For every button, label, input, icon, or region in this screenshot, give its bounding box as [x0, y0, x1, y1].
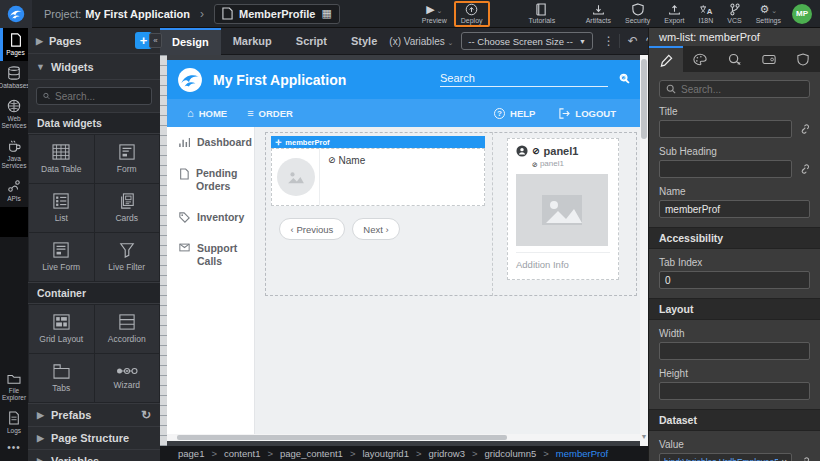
i18n-button[interactable]: A I18N — [692, 0, 721, 28]
nav-home[interactable]: ⌂ HOME — [187, 107, 227, 119]
widget-search[interactable] — [36, 87, 152, 105]
rail-more-icon[interactable]: ••• — [0, 439, 28, 461]
screen-size-select[interactable]: -- Choose Screen Size -- ▼ — [461, 32, 592, 50]
menu-pending-orders[interactable]: Pending Orders — [167, 158, 254, 202]
title-field-input[interactable] — [659, 120, 792, 138]
panel1-widget[interactable]: ⊘ panel1 ⊘ panel1 Addition Info — [507, 138, 619, 280]
widget-live-form[interactable]: Live Form — [29, 233, 94, 281]
variables-menu[interactable]: (x) Variables ⌄ — [389, 36, 453, 47]
widget-data-table[interactable]: Data Table — [29, 135, 94, 183]
widget-search-input[interactable] — [55, 91, 145, 102]
export-button[interactable]: Export — [657, 0, 691, 28]
list-item-name[interactable]: ⊘ Name — [320, 149, 373, 205]
artifacts-button[interactable]: Artifacts — [579, 0, 618, 28]
tab-properties[interactable] — [649, 46, 683, 72]
page-selector[interactable]: MemberProfile ▦ — [214, 4, 340, 24]
dashboard-icon — [179, 137, 190, 148]
rail-item-pages[interactable]: Pages — [0, 28, 28, 61]
tab-events[interactable] — [717, 46, 751, 72]
name-field-input[interactable] — [659, 200, 810, 218]
prefabs-section-row[interactable]: ▶ Prefabs ↻ — [28, 403, 160, 426]
bind-link-icon[interactable] — [798, 456, 810, 461]
breadcrumb-gridrow3[interactable]: gridrow3 — [428, 448, 464, 459]
list-widget-item[interactable]: ⊘ Name — [271, 148, 485, 206]
widget-tabs[interactable]: Tabs — [29, 354, 94, 402]
properties-panel: wm-list: memberProf Title — [648, 28, 820, 461]
canvas-hscrollbar-thumb[interactable] — [177, 435, 507, 440]
widget-accordion[interactable]: Accordion — [95, 305, 160, 353]
width-input[interactable] — [659, 342, 810, 360]
breadcrumb-layoutgrid1[interactable]: layoutgrid1 — [362, 448, 408, 459]
widgets-section-row[interactable]: ▼ Widgets — [28, 54, 160, 80]
settings-button[interactable]: ⚙ ⌄ Settings — [749, 0, 788, 28]
breadcrumb-page1[interactable]: page1 — [178, 448, 204, 459]
widget-grid-layout[interactable]: Grid Layout — [29, 305, 94, 353]
bind-link-icon[interactable] — [798, 163, 810, 175]
list-widget-header[interactable]: ✛ memberProf — [271, 136, 485, 148]
tab-design[interactable]: Design — [160, 28, 221, 55]
panel1-header[interactable]: ⊘ panel1 — [516, 145, 610, 157]
rail-item-file-explorer[interactable]: File Explorer — [0, 368, 28, 406]
variables-section-row[interactable]: ▶ Variables — [28, 449, 160, 461]
scroll-down-arrow-icon[interactable]: ▼ — [640, 433, 648, 443]
dataset-value-field[interactable]: bind:Variables.HrdbEmployeeData.data × — [659, 453, 792, 461]
tab-style[interactable]: Style — [339, 28, 389, 55]
app-search-icon[interactable]: 🔍︎ — [619, 73, 630, 84]
properties-search-input[interactable] — [681, 84, 801, 95]
nav-help[interactable]: ? HELP — [494, 108, 535, 119]
menu-support-calls[interactable]: Support Calls — [167, 233, 254, 277]
deploy-button[interactable]: Deploy — [454, 1, 490, 27]
app-search-input[interactable] — [440, 70, 600, 86]
bind-link-icon[interactable] — [798, 123, 810, 135]
security-button[interactable]: Security — [618, 0, 657, 28]
tab-markup[interactable]: Markup — [221, 28, 284, 55]
grid-icon[interactable]: ▦ — [321, 7, 331, 20]
tab-index-input[interactable] — [659, 271, 810, 289]
widget-live-filter[interactable]: Live Filter — [95, 233, 160, 281]
widget-wizard[interactable]: Wizard — [95, 354, 160, 402]
nav-logout[interactable]: LOGOUT — [559, 108, 616, 119]
height-input[interactable] — [659, 382, 810, 400]
collapse-left-panel-button[interactable]: « — [149, 33, 162, 48]
rail-item-web-services[interactable]: Web Services — [0, 94, 28, 134]
widget-cards[interactable]: Cards — [95, 184, 160, 232]
wavemaker-logo[interactable] — [0, 0, 32, 28]
nav-order[interactable]: ≡ ORDER — [247, 107, 293, 119]
menu-dashboard[interactable]: Dashboard — [167, 127, 254, 158]
refresh-icon[interactable]: ↻ — [141, 408, 151, 422]
pagination-next-button[interactable]: Next › — [352, 218, 400, 240]
tutorials-button[interactable]: Tutorials — [522, 0, 563, 28]
pagination-previous-button[interactable]: ‹ Previous — [279, 218, 345, 240]
tab-script[interactable]: Script — [284, 28, 339, 55]
tab-styles[interactable] — [683, 46, 717, 72]
panel1-image-placeholder[interactable] — [516, 174, 608, 246]
page-structure-section-row[interactable]: ▶ Page Structure — [28, 426, 160, 449]
more-menu-icon[interactable]: ⋮ — [599, 34, 619, 48]
app-search[interactable] — [440, 70, 608, 87]
project-label: Project: — [44, 8, 81, 20]
widget-form[interactable]: Form — [95, 135, 160, 183]
move-icon[interactable]: ✛ — [275, 138, 281, 147]
canvas-page[interactable]: My First Application 🔍︎ ⌂ HOME ≡ ORDER ? — [167, 60, 640, 439]
user-avatar[interactable]: MP — [792, 4, 812, 24]
properties-search[interactable] — [659, 80, 810, 98]
rail-item-logs[interactable]: Logs — [0, 406, 28, 439]
rail-item-java-services[interactable]: Java Services — [0, 134, 28, 174]
rail-item-apis[interactable]: APIs — [0, 174, 28, 207]
subheading-field-input[interactable] — [659, 160, 792, 178]
pages-section-row[interactable]: ▶ Pages + — [28, 28, 160, 54]
breadcrumb-page-content1[interactable]: page_content1 — [280, 448, 343, 459]
breadcrumb-content1[interactable]: content1 — [224, 448, 260, 459]
vcs-button[interactable]: VCS — [720, 0, 748, 28]
breadcrumb-gridcolumn5[interactable]: gridcolumn5 — [484, 448, 536, 459]
tab-devices[interactable] — [752, 46, 786, 72]
breadcrumb-memberprof[interactable]: memberProf — [556, 448, 608, 459]
clear-bind-icon[interactable]: × — [781, 457, 787, 461]
tab-security[interactable] — [786, 46, 820, 72]
menu-inventory[interactable]: Inventory — [167, 202, 254, 233]
preview-button[interactable]: ▶ ⌄ Preview — [415, 0, 454, 28]
widget-list[interactable]: List — [29, 184, 94, 232]
rail-item-databases[interactable]: Databases — [0, 61, 28, 94]
canvas-vscrollbar-thumb[interactable] — [641, 59, 647, 139]
undo-icon[interactable]: ↶ — [619, 34, 642, 48]
